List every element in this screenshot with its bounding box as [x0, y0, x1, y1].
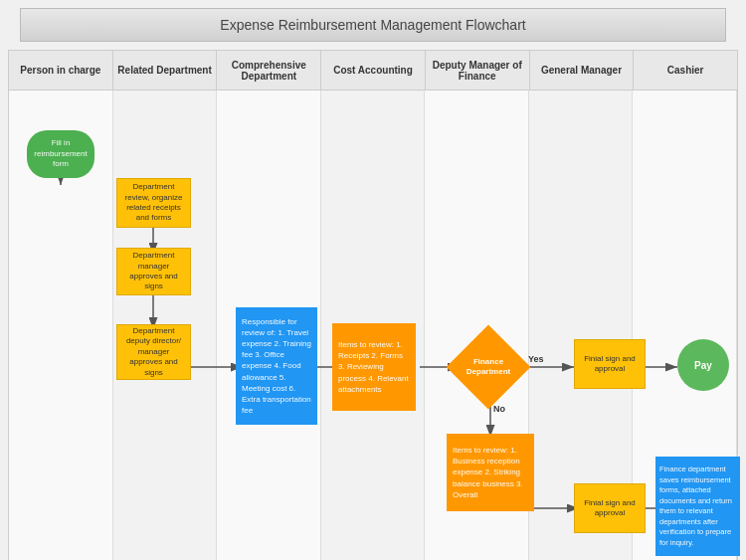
comprehensive-label: Responsible for review of: 1. Travel exp…	[240, 314, 313, 419]
fill-form-node: Fill in reimbursement form	[27, 130, 94, 178]
finial-sign-bottom-node: Finial sign and approval	[574, 483, 646, 533]
items-review-bottom-node: Items to review: 1. Business reception e…	[447, 434, 534, 511]
fill-form-label: Fill in reimbursement form	[34, 138, 87, 169]
header-cost: Cost Accounting	[321, 51, 426, 90]
dept-deputy-node: Department deputy director/ manager appr…	[116, 324, 191, 380]
comprehensive-node: Responsible for review of: 1. Travel exp…	[236, 307, 317, 425]
items-review-top-node: Items to review: 1. Receipts 2. Forms 3.…	[332, 323, 416, 411]
page: Expense Reimbursement Management Flowcha…	[0, 8, 746, 560]
items-review-top-label: Items to review: 1. Receipts 2. Forms 3.…	[336, 337, 412, 397]
dept-manager-node: Department manager approves and signs	[116, 248, 191, 295]
no-label: No	[493, 404, 505, 414]
header-comprehensive: Comprehensive Department	[217, 51, 321, 90]
finial-sign-bottom-label: Finial sign and approval	[579, 498, 641, 519]
header-deputy: Deputy Manager of Finance	[426, 51, 530, 90]
header-cashier: Cashier	[634, 51, 737, 90]
swimlane-container: Person in charge Related Department Comp…	[8, 50, 738, 560]
yes-label: Yes	[528, 354, 544, 364]
finial-sign-top-node: Finial sign and approval	[574, 339, 646, 389]
title-bar: Expense Reimbursement Management Flowcha…	[20, 8, 726, 42]
dept-review-node: Department review, organize related rece…	[116, 178, 191, 228]
header-person: Person in charge	[9, 51, 113, 90]
finance-saves-node: Finance department saves reimbursement f…	[655, 457, 740, 556]
dept-review-label: Department review, organize related rece…	[121, 182, 186, 224]
finance-dept-label-wrapper: Finance Department	[455, 337, 522, 397]
items-review-bottom-label: Items to review: 1. Business reception e…	[451, 443, 530, 502]
header-row: Person in charge Related Department Comp…	[9, 51, 737, 91]
content-area: Yes No Fill in reimbursement form Depart…	[9, 91, 737, 560]
finance-saves-label: Finance department saves reimbursement f…	[659, 465, 736, 548]
pay-node: Pay	[677, 339, 729, 391]
header-general: General Manager	[530, 51, 635, 90]
pay-label: Pay	[694, 359, 712, 372]
dept-deputy-label: Department deputy director/ manager appr…	[121, 326, 186, 378]
page-title: Expense Reimbursement Management Flowcha…	[220, 17, 525, 33]
finance-dept-label: Finance Department	[455, 357, 522, 378]
finial-sign-top-label: Finial sign and approval	[579, 354, 641, 375]
header-related: Related Department	[113, 51, 218, 90]
dept-manager-label: Department manager approves and signs	[121, 251, 186, 292]
